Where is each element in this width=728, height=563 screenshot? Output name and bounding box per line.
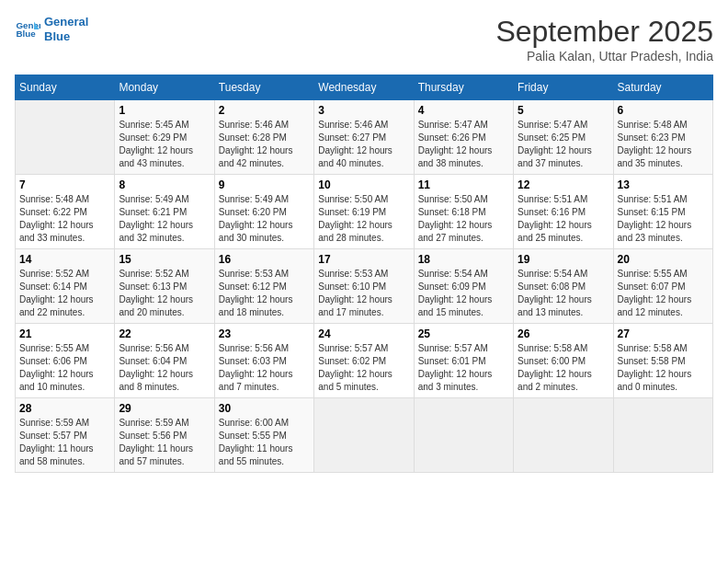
calendar-cell: 13Sunrise: 5:51 AM Sunset: 6:15 PM Dayli… [613, 175, 712, 249]
calendar-cell [16, 100, 115, 175]
day-info: Sunrise: 5:46 AM Sunset: 6:27 PM Dayligh… [318, 119, 409, 170]
calendar-cell [514, 398, 613, 473]
day-info: Sunrise: 5:46 AM Sunset: 6:28 PM Dayligh… [219, 119, 310, 170]
day-info: Sunrise: 5:56 AM Sunset: 6:03 PM Dayligh… [219, 342, 310, 394]
calendar-table: SundayMondayTuesdayWednesdayThursdayFrid… [15, 75, 713, 473]
logo-text: General Blue [44, 15, 88, 43]
calendar-cell: 8Sunrise: 5:49 AM Sunset: 6:21 PM Daylig… [115, 175, 214, 249]
calendar-cell: 17Sunrise: 5:53 AM Sunset: 6:10 PM Dayli… [314, 249, 414, 324]
day-number: 7 [19, 178, 110, 191]
calendar-cell: 29Sunrise: 5:59 AM Sunset: 5:56 PM Dayli… [115, 398, 214, 473]
day-number: 16 [219, 253, 310, 266]
calendar-cell: 3Sunrise: 5:46 AM Sunset: 6:27 PM Daylig… [314, 100, 414, 175]
day-number: 9 [219, 178, 310, 191]
calendar-cell: 21Sunrise: 5:55 AM Sunset: 6:06 PM Dayli… [16, 324, 115, 398]
calendar-week-row: 14Sunrise: 5:52 AM Sunset: 6:14 PM Dayli… [16, 249, 713, 324]
day-info: Sunrise: 5:59 AM Sunset: 5:56 PM Dayligh… [119, 417, 210, 468]
day-number: 13 [618, 178, 709, 191]
day-info: Sunrise: 5:58 AM Sunset: 6:00 PM Dayligh… [518, 342, 609, 394]
day-info: Sunrise: 5:53 AM Sunset: 6:12 PM Dayligh… [219, 268, 310, 319]
calendar-cell [414, 398, 513, 473]
day-info: Sunrise: 5:52 AM Sunset: 6:14 PM Dayligh… [19, 268, 110, 319]
weekday-header-friday: Friday [514, 75, 613, 100]
calendar-week-row: 21Sunrise: 5:55 AM Sunset: 6:06 PM Dayli… [16, 324, 713, 398]
weekday-header-monday: Monday [115, 75, 214, 100]
calendar-cell [314, 398, 414, 473]
day-number: 12 [518, 178, 609, 191]
calendar-cell: 2Sunrise: 5:46 AM Sunset: 6:28 PM Daylig… [214, 100, 313, 175]
calendar-cell: 4Sunrise: 5:47 AM Sunset: 6:26 PM Daylig… [414, 100, 513, 175]
day-info: Sunrise: 5:53 AM Sunset: 6:10 PM Dayligh… [318, 268, 409, 319]
day-info: Sunrise: 5:50 AM Sunset: 6:18 PM Dayligh… [418, 193, 509, 245]
day-info: Sunrise: 5:57 AM Sunset: 6:02 PM Dayligh… [318, 342, 409, 394]
calendar-cell: 22Sunrise: 5:56 AM Sunset: 6:04 PM Dayli… [115, 324, 214, 398]
day-number: 19 [518, 253, 609, 266]
day-info: Sunrise: 5:49 AM Sunset: 6:20 PM Dayligh… [219, 193, 310, 245]
calendar-cell: 11Sunrise: 5:50 AM Sunset: 6:18 PM Dayli… [414, 175, 513, 249]
location-subtitle: Palia Kalan, Uttar Pradesh, India [495, 49, 713, 63]
calendar-cell: 10Sunrise: 5:50 AM Sunset: 6:19 PM Dayli… [314, 175, 414, 249]
calendar-cell: 20Sunrise: 5:55 AM Sunset: 6:07 PM Dayli… [613, 249, 712, 324]
svg-text:Blue: Blue [16, 29, 36, 39]
day-info: Sunrise: 5:49 AM Sunset: 6:21 PM Dayligh… [119, 193, 210, 245]
calendar-cell: 18Sunrise: 5:54 AM Sunset: 6:09 PM Dayli… [414, 249, 513, 324]
day-info: Sunrise: 5:48 AM Sunset: 6:22 PM Dayligh… [19, 193, 110, 245]
day-number: 11 [418, 178, 509, 191]
weekday-header-saturday: Saturday [613, 75, 712, 100]
day-number: 8 [119, 178, 210, 191]
day-number: 1 [119, 104, 210, 117]
day-number: 18 [418, 253, 509, 266]
day-number: 29 [119, 402, 210, 415]
calendar-cell: 30Sunrise: 6:00 AM Sunset: 5:55 PM Dayli… [214, 398, 313, 473]
calendar-cell: 1Sunrise: 5:45 AM Sunset: 6:29 PM Daylig… [115, 100, 214, 175]
day-info: Sunrise: 5:51 AM Sunset: 6:15 PM Dayligh… [618, 193, 709, 245]
weekday-header-wednesday: Wednesday [314, 75, 414, 100]
calendar-cell: 5Sunrise: 5:47 AM Sunset: 6:25 PM Daylig… [514, 100, 613, 175]
day-info: Sunrise: 5:47 AM Sunset: 6:25 PM Dayligh… [518, 119, 609, 170]
calendar-cell: 27Sunrise: 5:58 AM Sunset: 5:58 PM Dayli… [613, 324, 712, 398]
day-number: 20 [618, 253, 709, 266]
day-number: 25 [418, 327, 509, 340]
calendar-week-row: 7Sunrise: 5:48 AM Sunset: 6:22 PM Daylig… [16, 175, 713, 249]
calendar-week-row: 28Sunrise: 5:59 AM Sunset: 5:57 PM Dayli… [16, 398, 713, 473]
day-info: Sunrise: 5:58 AM Sunset: 5:58 PM Dayligh… [618, 342, 709, 394]
calendar-cell: 15Sunrise: 5:52 AM Sunset: 6:13 PM Dayli… [115, 249, 214, 324]
day-info: Sunrise: 5:52 AM Sunset: 6:13 PM Dayligh… [119, 268, 210, 319]
day-number: 4 [418, 104, 509, 117]
day-number: 23 [219, 327, 310, 340]
day-info: Sunrise: 5:54 AM Sunset: 6:08 PM Dayligh… [518, 268, 609, 319]
day-number: 14 [19, 253, 110, 266]
weekday-header-tuesday: Tuesday [214, 75, 313, 100]
day-number: 17 [318, 253, 409, 266]
day-number: 24 [318, 327, 409, 340]
day-number: 30 [219, 402, 310, 415]
header: General Blue General Blue September 2025… [15, 15, 713, 63]
calendar-cell: 25Sunrise: 5:57 AM Sunset: 6:01 PM Dayli… [414, 324, 513, 398]
day-info: Sunrise: 5:55 AM Sunset: 6:06 PM Dayligh… [19, 342, 110, 394]
weekday-header-thursday: Thursday [414, 75, 513, 100]
calendar-cell: 9Sunrise: 5:49 AM Sunset: 6:20 PM Daylig… [214, 175, 313, 249]
weekday-header-row: SundayMondayTuesdayWednesdayThursdayFrid… [16, 75, 713, 100]
day-info: Sunrise: 6:00 AM Sunset: 5:55 PM Dayligh… [219, 417, 310, 468]
day-number: 10 [318, 178, 409, 191]
title-area: September 2025 Palia Kalan, Uttar Prades… [495, 15, 713, 63]
day-info: Sunrise: 5:45 AM Sunset: 6:29 PM Dayligh… [119, 119, 210, 170]
month-title: September 2025 [495, 15, 713, 49]
logo-icon: General Blue [15, 17, 40, 42]
calendar-cell: 6Sunrise: 5:48 AM Sunset: 6:23 PM Daylig… [613, 100, 712, 175]
day-number: 3 [318, 104, 409, 117]
day-number: 22 [119, 327, 210, 340]
calendar-cell: 19Sunrise: 5:54 AM Sunset: 6:08 PM Dayli… [514, 249, 613, 324]
day-number: 6 [618, 104, 709, 117]
day-number: 2 [219, 104, 310, 117]
day-info: Sunrise: 5:47 AM Sunset: 6:26 PM Dayligh… [418, 119, 509, 170]
calendar-cell: 26Sunrise: 5:58 AM Sunset: 6:00 PM Dayli… [514, 324, 613, 398]
day-info: Sunrise: 5:48 AM Sunset: 6:23 PM Dayligh… [618, 119, 709, 170]
calendar-cell: 24Sunrise: 5:57 AM Sunset: 6:02 PM Dayli… [314, 324, 414, 398]
day-number: 5 [518, 104, 609, 117]
day-number: 28 [19, 402, 110, 415]
day-number: 26 [518, 327, 609, 340]
calendar-cell: 7Sunrise: 5:48 AM Sunset: 6:22 PM Daylig… [16, 175, 115, 249]
day-info: Sunrise: 5:56 AM Sunset: 6:04 PM Dayligh… [119, 342, 210, 394]
day-info: Sunrise: 5:59 AM Sunset: 5:57 PM Dayligh… [19, 417, 110, 468]
